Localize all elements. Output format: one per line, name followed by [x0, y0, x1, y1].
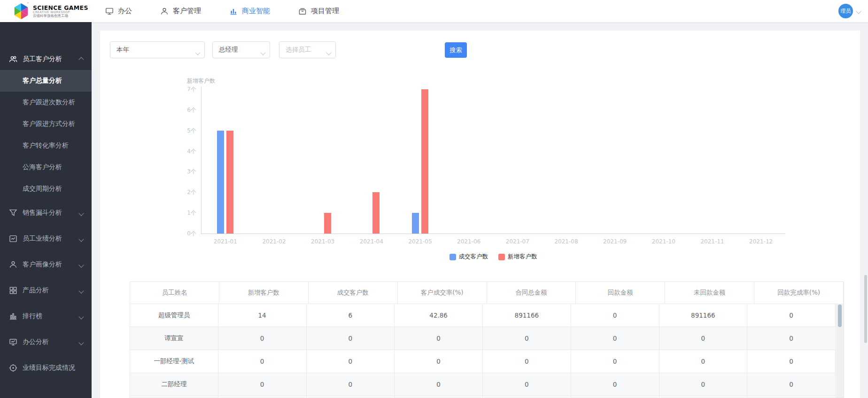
- legend-item-deal-count[interactable]: 成交客户数: [450, 253, 488, 261]
- table-scrollbar-thumb[interactable]: [838, 304, 842, 327]
- nav-item-label: 商业智能: [242, 7, 270, 16]
- sidebar-group-label: 产品分析: [23, 286, 79, 295]
- sidebar-item-customer-conversion-rate-analysis[interactable]: 客户转化率分析: [0, 135, 92, 156]
- user-menu-caret-icon[interactable]: [857, 9, 860, 13]
- table-cell: 0: [747, 327, 836, 350]
- table-cell: 14: [218, 304, 307, 327]
- table-cell-empty: [130, 396, 218, 398]
- y-axis-line: [201, 86, 202, 234]
- sidebar-item-customer-followup-count-analysis[interactable]: 客户跟进次数分析: [0, 92, 92, 113]
- chart-bar-deal-2021-05: [412, 213, 419, 234]
- table-row-partial: [130, 396, 836, 398]
- chevron-down-icon: [79, 209, 83, 217]
- table-cell: 0: [659, 327, 748, 350]
- table-cell: 0: [747, 350, 836, 373]
- y-tick-label: 7个: [176, 86, 196, 94]
- employee-stats-table: 员工姓名新增客户数成交客户数客户成交率(%)合同总金额回款金额未回款金额回款完成…: [130, 281, 844, 398]
- table-cell: 0: [395, 327, 483, 350]
- nav-item-business-intelligence[interactable]: 商业智能: [229, 7, 270, 16]
- bar-chart-icon: [229, 7, 238, 16]
- table-row: 谭宣宣0000000: [130, 327, 836, 350]
- nav-item-label: 项目管理: [311, 7, 339, 16]
- nav-item-label: 办公: [118, 7, 132, 16]
- table-row: 二部经理0000000: [130, 373, 836, 396]
- x-tick-label: 2021-04: [347, 238, 396, 245]
- sidebar-group-target-completion[interactable]: 业绩目标完成情况: [0, 355, 92, 381]
- sidebar-group-label: 员工客户分析: [23, 55, 79, 63]
- table-cell: 0: [659, 350, 748, 373]
- legend-label: 新增客户数: [508, 253, 537, 261]
- y-tick-label: 4个: [176, 148, 196, 156]
- table-cell: 0: [571, 350, 659, 373]
- y-tick-label: 5个: [176, 127, 196, 135]
- table-cell: 0: [307, 373, 395, 396]
- y-tick-label: 1个: [176, 209, 196, 217]
- table-cell: 0: [571, 373, 659, 396]
- nav-item-project-management[interactable]: 项目管理: [298, 7, 339, 16]
- page-scrollbar-thumb[interactable]: [864, 275, 867, 343]
- sidebar-group-employee-customer-analysis[interactable]: 员工客户分析: [0, 48, 92, 70]
- chevron-down-icon: [79, 235, 83, 242]
- app-logo[interactable]: ™ SCIENCE GAMES CREATIVE WORKSHOP 云链科学游戏…: [12, 1, 91, 21]
- chevron-down-icon: [79, 287, 83, 294]
- sidebar-item-customer-total-analysis[interactable]: 客户总量分析: [0, 70, 92, 92]
- funnel-icon: [9, 209, 17, 217]
- sidebar-item-customer-followup-method-analysis[interactable]: 客户跟进方式分析: [0, 113, 92, 135]
- logo-tagline: 云链科学游戏创意工场: [33, 14, 88, 18]
- top-bar: ™ SCIENCE GAMES CREATIVE WORKSHOP 云链科学游戏…: [0, 0, 868, 22]
- content-card: 本年 总经理 选择员工 搜索 新增客户数 0个1个2个3个4个5个6个7个202…: [100, 31, 860, 398]
- svg-text:™: ™: [27, 2, 29, 4]
- table-scrollbar-track: [836, 304, 844, 398]
- sidebar-group-product-analysis[interactable]: 产品分析: [0, 277, 92, 303]
- table-cell: 42.86: [395, 304, 483, 327]
- desktop-icon: [105, 7, 114, 16]
- nav-item-office[interactable]: 办公: [105, 7, 132, 16]
- table-cell: 0: [571, 304, 659, 327]
- table-cell: 0: [483, 350, 571, 373]
- sidebar-group-ranking[interactable]: 排行榜: [0, 303, 92, 329]
- y-tick-label: 3个: [176, 168, 196, 176]
- table-cell-empty: [483, 396, 571, 398]
- table-body: 超级管理员14642.8689116608911660谭宣宣0000000一部经…: [130, 304, 844, 398]
- table-cell: 0: [571, 327, 659, 350]
- legend-label: 成交客户数: [459, 253, 488, 261]
- table-cell: 0: [483, 327, 571, 350]
- table-header-cell: 合同总金额: [487, 282, 576, 304]
- employee-name-cell: 二部经理: [130, 373, 218, 396]
- table-row: 一部经理-测试0000000: [130, 350, 836, 373]
- table-cell-empty: [571, 396, 659, 398]
- sidebar-group-customer-portrait-analysis[interactable]: 客户画像分析: [0, 251, 92, 277]
- table-header-cell: 回款完成率(%): [754, 282, 844, 304]
- table-header-row: 员工姓名新增客户数成交客户数客户成交率(%)合同总金额回款金额未回款金额回款完成…: [130, 282, 844, 304]
- employee-name-cell: 一部经理-测试: [130, 350, 218, 373]
- user-avatar[interactable]: 理员: [838, 4, 853, 18]
- logo-title: SCIENCE GAMES: [33, 5, 88, 11]
- table-cell: 0: [659, 373, 748, 396]
- legend-item-new-count[interactable]: 新增客户数: [498, 253, 537, 261]
- customer-growth-chart: 新增客户数 0个1个2个3个4个5个6个7个2021-012021-022021…: [100, 31, 860, 275]
- table-cell: 891166: [483, 304, 571, 327]
- sidebar-group-office-analysis[interactable]: 办公分析: [0, 329, 92, 355]
- chart-bar-new-2021-03: [324, 213, 331, 234]
- table-cell: 0: [307, 350, 395, 373]
- table-header-cell: 客户成交率(%): [398, 282, 487, 304]
- x-tick-label: 2021-08: [542, 238, 591, 245]
- ranking-bars-icon: [9, 312, 17, 320]
- logo-polyhedron-icon: ™: [12, 1, 30, 21]
- x-tick-label: 2021-11: [688, 238, 737, 245]
- topbar-user-area: 理员: [838, 0, 860, 22]
- nav-item-customer-management[interactable]: 客户管理: [160, 7, 201, 16]
- trend-box-icon: [9, 234, 17, 243]
- table-cell: 0: [747, 373, 836, 396]
- sidebar-group-sales-funnel-analysis[interactable]: 销售漏斗分析: [0, 200, 92, 226]
- sidebar-group-employee-performance-analysis[interactable]: 员工业绩分析: [0, 226, 92, 251]
- x-tick-label: 2021-10: [639, 238, 688, 245]
- sidebar-item-deal-cycle-analysis[interactable]: 成交周期分析: [0, 178, 92, 200]
- sidebar-item-public-sea-customer-analysis[interactable]: 公海客户分析: [0, 156, 92, 178]
- x-axis-line: [201, 234, 785, 234]
- sidebar-group-label: 员工业绩分析: [23, 234, 79, 243]
- logo-text: SCIENCE GAMES CREATIVE WORKSHOP 云链科学游戏创意…: [33, 5, 88, 18]
- monitor-trend-icon: [9, 338, 17, 346]
- table-cell: 0: [395, 350, 483, 373]
- chart-bar-deal-2021-01: [217, 131, 224, 234]
